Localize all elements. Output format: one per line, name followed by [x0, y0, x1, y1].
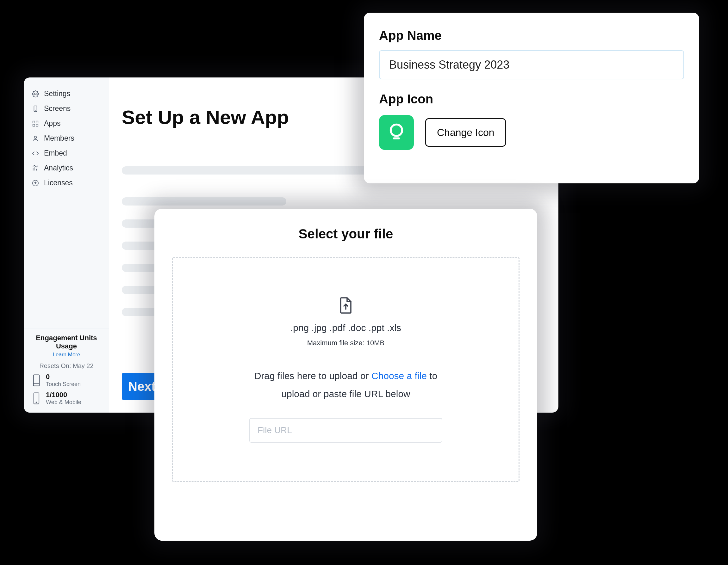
svg-point-7: [34, 136, 36, 138]
change-icon-button[interactable]: Change Icon: [425, 118, 506, 147]
sidebar-item-settings[interactable]: Settings: [24, 86, 109, 101]
usage-row-web: 1/1000 Web & Mobile: [30, 388, 103, 406]
sidebar-items: Settings Screens Apps Members: [24, 86, 109, 190]
upload-circle-icon: [31, 179, 40, 187]
app-icon-preview: [379, 115, 414, 150]
file-max-size: Maximum file size: 10MB: [307, 339, 385, 347]
app-name-label: App Name: [379, 28, 684, 43]
sidebar-item-label: Apps: [44, 119, 60, 128]
touch-screen-icon: [31, 373, 41, 387]
sidebar: Settings Screens Apps Members: [24, 78, 109, 413]
sidebar-item-label: Embed: [44, 149, 67, 158]
file-dropzone[interactable]: .png .jpg .pdf .doc .ppt .xls Maximum fi…: [172, 258, 520, 482]
sidebar-item-analytics[interactable]: Analytics: [24, 161, 109, 176]
usage-web-count: 1/1000: [46, 391, 81, 399]
app-icon-label: App Icon: [379, 92, 684, 106]
usage-learn-more-link[interactable]: Learn More: [30, 351, 103, 358]
svg-point-17: [391, 125, 402, 136]
usage-touch-label: Touch Screen: [46, 381, 81, 388]
usage-touch-count: 0: [46, 373, 81, 381]
usage-panel: Engagement Units Usage Learn More Resets…: [24, 328, 109, 413]
user-icon: [31, 134, 40, 143]
sidebar-item-screens[interactable]: Screens: [24, 101, 109, 116]
chart-icon: [31, 164, 40, 172]
grid-icon: [31, 120, 40, 128]
usage-row-touch: 0 Touch Screen: [30, 369, 103, 388]
gear-icon: [31, 90, 40, 98]
svg-point-0: [34, 93, 36, 95]
web-mobile-icon: [31, 391, 41, 405]
sidebar-item-members[interactable]: Members: [24, 131, 109, 146]
app-name-input[interactable]: [379, 50, 684, 79]
app-properties-card: App Name App Icon Change Icon: [364, 13, 699, 183]
sidebar-item-label: Screens: [44, 104, 71, 113]
svg-point-16: [36, 402, 37, 403]
svg-rect-4: [36, 121, 38, 123]
sidebar-item-label: Analytics: [44, 164, 73, 172]
sidebar-item-embed[interactable]: Embed: [24, 146, 109, 161]
sidebar-item-licenses[interactable]: Licenses: [24, 176, 109, 190]
svg-rect-5: [33, 124, 35, 126]
code-icon: [31, 149, 40, 158]
choose-file-link[interactable]: Choose a file: [371, 370, 427, 381]
file-upload-icon: [338, 296, 353, 314]
usage-title: Engagement Units Usage: [30, 334, 103, 350]
svg-rect-13: [34, 375, 40, 386]
sidebar-item-label: Licenses: [44, 179, 73, 187]
file-upload-card: Select your file .png .jpg .pdf .doc .pp…: [154, 209, 537, 541]
usage-web-label: Web & Mobile: [46, 399, 81, 406]
file-url-input[interactable]: [249, 418, 442, 443]
sidebar-item-apps[interactable]: Apps: [24, 116, 109, 131]
usage-reset-label: Resets On: May 22: [30, 362, 103, 369]
sidebar-item-label: Settings: [44, 90, 70, 98]
sidebar-item-label: Members: [44, 134, 74, 143]
mobile-icon: [31, 105, 40, 113]
file-card-title: Select your file: [172, 227, 520, 242]
lightbulb-icon: [387, 122, 406, 143]
skeleton-row: [122, 197, 286, 206]
svg-rect-3: [33, 121, 35, 123]
file-extensions: .png .jpg .pdf .doc .ppt .xls: [290, 322, 401, 333]
drag-instructions: Drag files here to upload or Choose a fi…: [245, 367, 447, 403]
svg-rect-6: [36, 124, 38, 126]
